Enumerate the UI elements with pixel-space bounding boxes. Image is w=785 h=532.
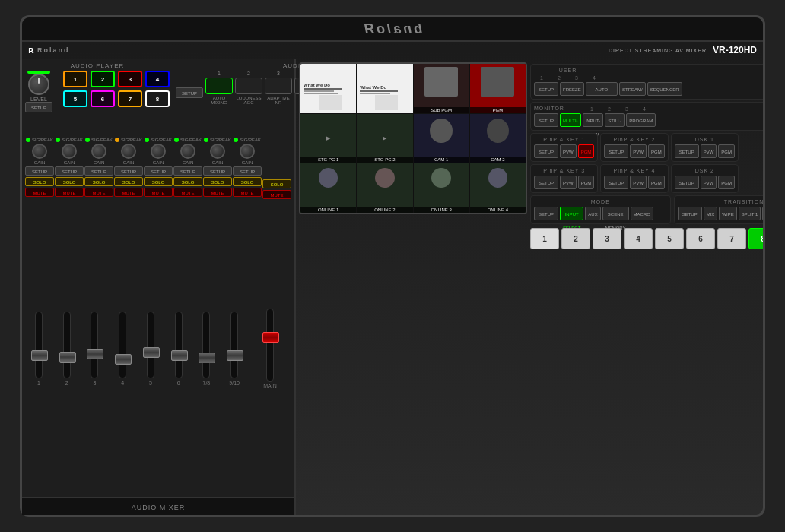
pinp1-pgm-btn[interactable]: PGM xyxy=(578,144,595,158)
mode-setup-btn[interactable]: SETUP xyxy=(534,207,558,220)
pad-7[interactable]: 7 xyxy=(118,90,142,107)
fader-handle-1[interactable] xyxy=(31,350,48,361)
monitor-inputview-btn[interactable]: INPUT-VIEW xyxy=(583,113,604,127)
vs-btn-4[interactable]: 4 xyxy=(624,228,653,249)
player-setup-btn[interactable]: SETUP xyxy=(25,102,52,112)
fader-handle-4[interactable] xyxy=(115,354,132,365)
setup-btn-910[interactable]: SETUP xyxy=(233,166,262,176)
pinp4-pgm-btn[interactable]: PGM xyxy=(648,176,665,189)
monitor-stillview-btn[interactable]: STILL-VIEW xyxy=(605,113,625,127)
gain-knob-6[interactable] xyxy=(180,144,195,159)
pad-5[interactable]: 5 xyxy=(63,90,87,107)
pinp2-setup-btn[interactable]: SETUP xyxy=(604,144,628,158)
pinp3-setup-btn[interactable]: SETUP xyxy=(534,176,558,189)
vs-btn-1[interactable]: 1 xyxy=(530,228,559,249)
pad-2[interactable]: 2 xyxy=(91,71,115,87)
mute-btn-78[interactable]: MUTE xyxy=(203,188,232,197)
mute-btn-3[interactable]: MUTE xyxy=(84,188,113,197)
transition-setup-btn[interactable]: SETUP xyxy=(678,207,702,220)
fader-handle-main[interactable] xyxy=(262,332,279,343)
dsk2-setup-btn[interactable]: SETUP xyxy=(675,176,699,189)
pad-1[interactable]: 1 xyxy=(63,71,87,87)
solo-btn-6[interactable]: SOLO xyxy=(173,177,202,186)
mode-macro-btn[interactable]: MACRO xyxy=(631,207,653,220)
pad-4[interactable]: 4 xyxy=(145,71,170,87)
gain-knob-2[interactable] xyxy=(62,144,77,159)
mute-btn-910[interactable]: MUTE xyxy=(233,188,262,197)
pinp2-pvw-btn[interactable]: PVW xyxy=(630,144,647,158)
pinp2-pgm-btn[interactable]: PGM xyxy=(648,144,665,158)
dsk1-pvw-btn[interactable]: PVW xyxy=(701,144,717,158)
effect-btn-adaptive[interactable] xyxy=(265,78,292,94)
monitor-setup-btn[interactable]: SETUP xyxy=(534,113,558,127)
vs-btn-7[interactable]: 7 xyxy=(717,228,746,249)
vs-btn-5[interactable]: 5 xyxy=(655,228,684,249)
user-auto-switching-btn[interactable]: AUTOSWITCHING xyxy=(586,82,618,96)
user-stream-record-btn[interactable]: STREAM/RECORD xyxy=(619,82,646,96)
pinp4-setup-btn[interactable]: SETUP xyxy=(604,176,628,189)
level-knob[interactable] xyxy=(28,74,49,95)
pinp1-pvw-btn[interactable]: PVW xyxy=(560,144,577,158)
mute-btn-6[interactable]: MUTE xyxy=(173,188,202,197)
solo-btn-5[interactable]: SOLO xyxy=(144,177,173,186)
mode-aux-btn[interactable]: AUX xyxy=(585,207,600,220)
solo-btn-1[interactable]: SOLO xyxy=(25,177,54,186)
user-sequencer-btn[interactable]: SEQUENCER xyxy=(647,82,682,96)
vs-btn-6[interactable]: 6 xyxy=(686,228,715,249)
gain-knob-5[interactable] xyxy=(151,144,166,159)
effect-setup-btn[interactable]: SETUP xyxy=(176,87,203,98)
pinp3-pgm-btn[interactable]: PGM xyxy=(578,176,595,189)
transition-split2-btn[interactable]: SPLIT 2 xyxy=(762,207,763,220)
effect-btn-loudness[interactable] xyxy=(235,78,262,94)
mute-btn-1[interactable]: MUTE xyxy=(25,188,54,197)
pinp1-setup-btn[interactable]: SETUP xyxy=(534,144,558,158)
fader-handle-5[interactable] xyxy=(143,347,160,358)
pinp4-pvw-btn[interactable]: PVW xyxy=(630,176,647,189)
solo-btn-910[interactable]: SOLO xyxy=(233,177,262,186)
solo-btn-2[interactable]: SOLO xyxy=(55,177,84,186)
setup-btn-4[interactable]: SETUP xyxy=(114,166,143,176)
mode-scene-memory-btn[interactable]: SCENEMEMORY xyxy=(602,207,629,220)
dsk1-setup-btn[interactable]: SETUP xyxy=(675,144,699,158)
solo-btn-main[interactable]: SOLO xyxy=(262,179,291,188)
setup-btn-1[interactable]: SETUP xyxy=(25,166,54,176)
fader-handle-78[interactable] xyxy=(199,353,215,363)
monitor-multiview-btn[interactable]: MULTI-VIEW xyxy=(560,113,581,127)
user-setup-btn[interactable]: SETUP xyxy=(534,82,558,96)
effect-btn-auto-mixing[interactable] xyxy=(205,78,233,94)
transition-mix-btn[interactable]: MIX xyxy=(704,207,718,220)
pad-3[interactable]: 3 xyxy=(118,71,142,87)
setup-btn-78[interactable]: SETUP xyxy=(203,166,232,176)
solo-btn-78[interactable]: SOLO xyxy=(203,177,232,186)
dsk2-pgm-btn[interactable]: PGM xyxy=(718,176,735,189)
mute-btn-4[interactable]: MUTE xyxy=(114,188,143,197)
gain-knob-1[interactable] xyxy=(32,144,47,159)
transition-split1-btn[interactable]: SPLIT 1 xyxy=(739,207,761,220)
setup-btn-2[interactable]: SETUP xyxy=(55,166,84,176)
gain-knob-4[interactable] xyxy=(121,144,136,159)
pad-8[interactable]: 8 xyxy=(145,90,170,107)
vs-btn-8[interactable]: 8 xyxy=(748,228,763,249)
setup-btn-3[interactable]: SETUP xyxy=(84,166,113,176)
monitor-program-btn[interactable]: PROGRAM xyxy=(626,113,656,127)
mute-btn-main[interactable]: MUTE xyxy=(262,190,291,199)
gain-knob-3[interactable] xyxy=(91,144,106,159)
gain-knob-78[interactable] xyxy=(210,144,225,159)
gain-knob-910[interactable] xyxy=(240,144,255,159)
setup-btn-5[interactable]: SETUP xyxy=(144,166,173,176)
solo-btn-4[interactable]: SOLO xyxy=(114,177,143,186)
setup-btn-6[interactable]: SETUP xyxy=(173,166,202,176)
user-freeze-btn[interactable]: FREEZE xyxy=(560,82,584,96)
fader-handle-3[interactable] xyxy=(87,349,103,359)
fader-handle-910[interactable] xyxy=(227,350,243,361)
dsk2-pvw-btn[interactable]: PVW xyxy=(701,176,717,189)
vs-btn-3[interactable]: 3 xyxy=(593,228,621,249)
mode-input-select-btn[interactable]: INPUTSELECT xyxy=(560,207,583,220)
pad-6[interactable]: 6 xyxy=(91,90,115,107)
vs-btn-2[interactable]: 2 xyxy=(561,228,590,249)
dsk1-pgm-btn[interactable]: PGM xyxy=(718,144,735,158)
mute-btn-2[interactable]: MUTE xyxy=(55,188,84,197)
fader-handle-2[interactable] xyxy=(59,352,76,363)
transition-wipe-btn[interactable]: WIPE xyxy=(719,207,736,220)
fader-handle-6[interactable] xyxy=(171,350,188,361)
